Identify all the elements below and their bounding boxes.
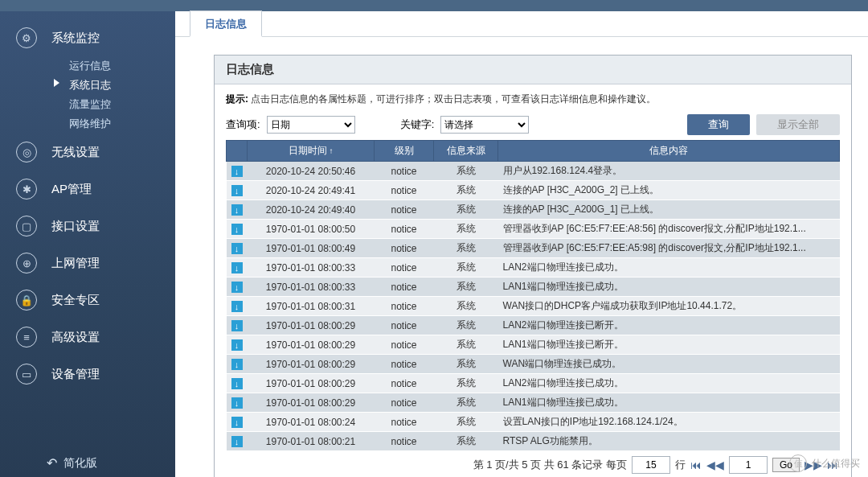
log-panel: 日志信息 提示: 点击日志信息的各属性标题，可进行排序；双击日志表项，可查看该日… (214, 55, 852, 477)
row-datetime: 1970-01-01 08:00:21 (248, 432, 375, 451)
first-page-icon[interactable]: ⏮ (690, 458, 702, 471)
table-row[interactable]: ↓1970-01-01 08:00:33notice系统LAN1端口物理连接已成… (227, 278, 840, 297)
sidebar-sub-traffic[interactable]: 流量监控 (0, 95, 175, 114)
query-button[interactable]: 查询 (687, 114, 750, 135)
row-content: LAN1端口物理连接已断开。 (498, 335, 840, 355)
row-datetime: 1970-01-01 08:00:29 (248, 316, 375, 335)
query-label: 查询项: (226, 117, 260, 132)
row-source: 系统 (434, 374, 498, 393)
table-row[interactable]: ↓2020-10-24 20:49:41notice系统连接的AP [H3C_A… (227, 181, 840, 200)
sidebar-item-device[interactable]: ▭设备管理 (0, 356, 175, 393)
th-datetime[interactable]: 日期时间 (248, 141, 375, 162)
row-level: notice (375, 335, 434, 355)
row-level: notice (375, 316, 434, 335)
sidebar-item-interface[interactable]: ▢接口设置 (0, 208, 175, 245)
tabbar: 日志信息 (175, 11, 868, 37)
row-source: 系统 (434, 220, 498, 239)
row-level: notice (375, 297, 434, 316)
keyword-select[interactable]: 请选择 (440, 116, 529, 134)
row-content: LAN1端口物理连接已成功。 (498, 393, 840, 413)
sidebar-item-internet[interactable]: ⊕上网管理 (0, 245, 175, 282)
table-row[interactable]: ↓2020-10-24 20:49:40notice系统连接的AP [H3C_A… (227, 200, 840, 220)
pager-row-label: 行 (675, 458, 686, 472)
row-flag: ↓ (227, 413, 248, 432)
table-row[interactable]: ↓1970-01-01 08:00:24notice系统设置LAN接口的IP地址… (227, 413, 840, 432)
row-datetime: 1970-01-01 08:00:33 (248, 278, 375, 297)
table-row[interactable]: ↓1970-01-01 08:00:33notice系统LAN2端口物理连接已成… (227, 258, 840, 278)
table-row[interactable]: ↓1970-01-01 08:00:29notice系统LAN2端口物理连接已成… (227, 374, 840, 393)
sidebar-item-monitor[interactable]: ⚙系统监控 (0, 19, 175, 56)
next-page-icon[interactable]: ▶▶ (805, 458, 822, 471)
sidebar-sub-syslog[interactable]: 系统日志 (0, 76, 175, 95)
row-flag: ↓ (227, 355, 248, 374)
table-row[interactable]: ↓2020-10-24 20:50:46notice系统用户从192.168.1… (227, 162, 840, 181)
sidebar-item-security[interactable]: 🔒安全专区 (0, 282, 175, 319)
row-source: 系统 (434, 239, 498, 258)
row-flag: ↓ (227, 200, 248, 220)
row-source: 系统 (434, 278, 498, 297)
row-content: RTSP ALG功能禁用。 (498, 432, 840, 451)
info-icon: ↓ (231, 243, 243, 254)
row-flag: ↓ (227, 278, 248, 297)
sidebar-item-label: 安全专区 (51, 293, 100, 308)
row-content: LAN2端口物理连接已成功。 (498, 258, 840, 278)
table-row[interactable]: ↓1970-01-01 08:00:29notice系统WAN端口物理连接已成功… (227, 355, 840, 374)
row-level: notice (375, 374, 434, 393)
th-level[interactable]: 级别 (375, 141, 434, 162)
row-source: 系统 (434, 335, 498, 355)
table-row[interactable]: ↓1970-01-01 08:00:29notice系统LAN1端口物理连接已成… (227, 393, 840, 413)
th-content[interactable]: 信息内容 (498, 141, 840, 162)
table-row[interactable]: ↓1970-01-01 08:00:21notice系统RTSP ALG功能禁用… (227, 432, 840, 451)
info-icon: ↓ (231, 436, 243, 447)
row-datetime: 1970-01-01 08:00:24 (248, 413, 375, 432)
showall-button[interactable]: 显示全部 (756, 114, 840, 135)
sidebar-item-ap[interactable]: ✱AP管理 (0, 171, 175, 208)
info-icon: ↓ (231, 224, 243, 235)
table-row[interactable]: ↓1970-01-01 08:00:50notice系统管理器收到AP [6C:… (227, 220, 840, 239)
sidebar-item-label: 系统监控 (51, 31, 100, 46)
sidebar-sub-netmaint[interactable]: 网络维护 (0, 114, 175, 134)
query-row: 查询项: 日期 关键字: 请选择 查询 显示全部 (226, 114, 840, 135)
page-input[interactable] (729, 456, 768, 474)
per-page-input[interactable] (632, 456, 670, 474)
row-content: 用户从192.168.124.4登录。 (498, 162, 840, 181)
row-source: 系统 (434, 432, 498, 451)
row-level: notice (375, 239, 434, 258)
table-row[interactable]: ↓1970-01-01 08:00:29notice系统LAN2端口物理连接已断… (227, 316, 840, 335)
row-flag: ↓ (227, 220, 248, 239)
prev-page-icon[interactable]: ◀◀ (706, 458, 724, 471)
row-source: 系统 (434, 162, 498, 181)
row-flag: ↓ (227, 393, 248, 413)
table-row[interactable]: ↓1970-01-01 08:00:49notice系统管理器收到AP [6C:… (227, 239, 840, 258)
th-source[interactable]: 信息来源 (434, 141, 498, 162)
last-page-icon[interactable]: ⏭ (827, 458, 838, 471)
info-icon: ↓ (231, 359, 243, 370)
row-flag: ↓ (227, 239, 248, 258)
row-level: notice (375, 278, 434, 297)
row-flag: ↓ (227, 297, 248, 316)
table-row[interactable]: ↓1970-01-01 08:00:29notice系统LAN1端口物理连接已断… (227, 335, 840, 355)
sidebar-item-label: AP管理 (51, 182, 92, 197)
row-datetime: 1970-01-01 08:00:31 (248, 297, 375, 316)
sidebar-item-wireless[interactable]: ◎无线设置 (0, 134, 175, 171)
th-flag[interactable] (227, 141, 248, 162)
go-button[interactable]: Go (772, 458, 800, 472)
row-level: notice (375, 258, 434, 278)
row-source: 系统 (434, 355, 498, 374)
hint: 提示: 点击日志信息的各属性标题，可进行排序；双击日志表项，可查看该日志详细信息… (226, 93, 840, 106)
wifi-icon: ◎ (16, 142, 37, 162)
pager-info: 第 1 页/共 5 页 共 61 条记录 每页 (473, 458, 627, 472)
row-flag: ↓ (227, 162, 248, 181)
tab-loginfo[interactable]: 日志信息 (190, 10, 262, 37)
row-level: notice (375, 432, 434, 451)
sidebar-item-advanced[interactable]: ≡高级设置 (0, 319, 175, 356)
device-icon: ▭ (16, 364, 37, 384)
simplify-mode[interactable]: ↶简化版 (47, 455, 97, 471)
row-source: 系统 (434, 181, 498, 200)
row-datetime: 1970-01-01 08:00:29 (248, 374, 375, 393)
sidebar-sub-runtime[interactable]: 运行信息 (0, 56, 175, 76)
table-row[interactable]: ↓1970-01-01 08:00:31notice系统WAN接口的DHCP客户… (227, 297, 840, 316)
query-select[interactable]: 日期 (267, 116, 355, 134)
row-datetime: 2020-10-24 20:49:40 (248, 200, 375, 220)
info-icon: ↓ (231, 282, 243, 293)
